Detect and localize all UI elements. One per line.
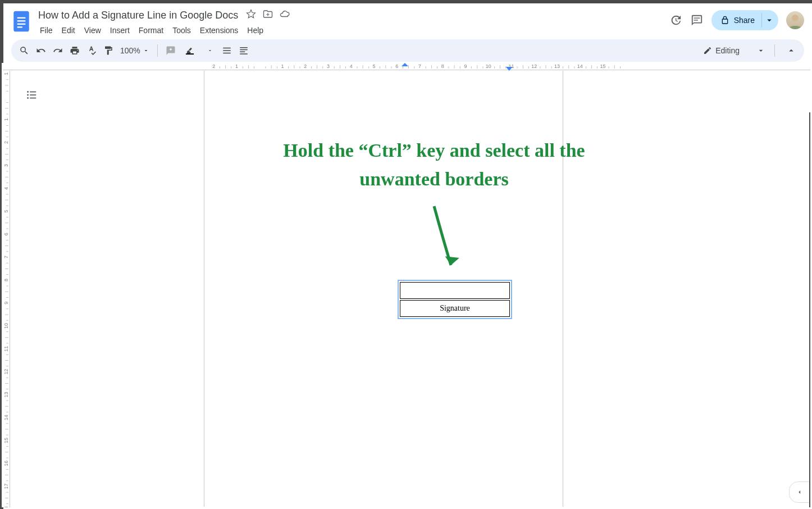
- svg-rect-48: [385, 65, 386, 69]
- editing-mode-selector[interactable]: Editing: [703, 46, 765, 55]
- menu-help[interactable]: Help: [243, 25, 267, 36]
- svg-rect-47: [380, 66, 380, 69]
- menu-view[interactable]: View: [80, 25, 105, 36]
- svg-rect-161: [5, 475, 8, 475]
- svg-rect-63: [471, 66, 472, 69]
- svg-rect-5: [694, 17, 700, 18]
- spellcheck-icon[interactable]: [84, 43, 99, 58]
- svg-rect-160: [6, 469, 8, 470]
- header-right: Share: [669, 8, 804, 30]
- print-icon[interactable]: [67, 43, 82, 58]
- svg-rect-60: [454, 65, 455, 69]
- svg-rect-130: [6, 297, 8, 298]
- svg-rect-31: [288, 66, 289, 69]
- redo-icon[interactable]: [51, 43, 65, 58]
- history-icon[interactable]: [669, 13, 682, 27]
- vertical-ruler[interactable]: 112345678910111213141516171819: [3, 71, 11, 507]
- svg-rect-132: [6, 308, 8, 309]
- svg-rect-55: [426, 66, 426, 69]
- add-comment-icon[interactable]: [163, 43, 178, 58]
- svg-rect-93: [6, 79, 8, 80]
- svg-rect-94: [5, 85, 8, 86]
- svg-rect-96: [6, 102, 8, 103]
- undo-icon[interactable]: [34, 43, 48, 58]
- svg-text:15: 15: [600, 63, 606, 69]
- search-icon[interactable]: [17, 43, 31, 58]
- star-icon[interactable]: [246, 9, 256, 21]
- svg-text:16: 16: [3, 461, 9, 466]
- svg-rect-166: [6, 503, 8, 504]
- svg-rect-100: [6, 125, 8, 126]
- highlight-color-icon[interactable]: [180, 43, 199, 58]
- svg-text:14: 14: [3, 415, 9, 420]
- line-spacing-icon[interactable]: [220, 43, 234, 58]
- svg-rect-24: [243, 66, 243, 69]
- svg-rect-112: [6, 194, 8, 194]
- account-avatar[interactable]: [786, 11, 804, 29]
- svg-rect-95: [6, 91, 8, 92]
- svg-rect-88: [614, 65, 615, 69]
- share-button[interactable]: Share: [711, 10, 778, 30]
- svg-rect-144: [6, 378, 8, 378]
- svg-rect-21: [225, 65, 226, 69]
- horizontal-ruler[interactable]: 21123456789101112131415: [3, 63, 810, 71]
- svg-rect-87: [609, 66, 609, 69]
- svg-rect-136: [6, 331, 8, 332]
- svg-rect-162: [6, 480, 8, 481]
- svg-rect-73: [528, 66, 529, 69]
- menu-edit[interactable]: Edit: [58, 25, 79, 36]
- svg-rect-141: [5, 360, 8, 361]
- toolbar: 100% Editing: [11, 39, 804, 62]
- explore-icon[interactable]: [789, 481, 810, 503]
- svg-text:8: 8: [3, 279, 9, 281]
- menu-file[interactable]: File: [36, 25, 57, 36]
- svg-rect-53: [414, 66, 414, 69]
- zoom-selector[interactable]: 100%: [118, 46, 152, 55]
- svg-text:10: 10: [486, 63, 491, 69]
- menu-insert[interactable]: Insert: [106, 25, 134, 36]
- table-row-2[interactable]: Signature: [400, 300, 510, 317]
- svg-rect-64: [477, 65, 477, 69]
- svg-rect-98: [6, 114, 8, 115]
- highlight-dropdown-icon[interactable]: [207, 46, 213, 56]
- title-area: How to Add a Signature Line in Google Do…: [36, 8, 669, 37]
- menu-extensions[interactable]: Extensions: [196, 25, 242, 36]
- svg-rect-109: [5, 177, 8, 178]
- svg-text:1: 1: [235, 63, 238, 69]
- document-outline-icon[interactable]: [24, 88, 39, 102]
- svg-point-7: [792, 15, 799, 21]
- menu-tools[interactable]: Tools: [168, 25, 195, 36]
- header: How to Add a Signature Line in Google Do…: [3, 3, 812, 39]
- cloud-status-icon[interactable]: [280, 9, 290, 21]
- signature-cell-text: Signature: [440, 304, 470, 313]
- share-dropdown[interactable]: [761, 13, 776, 28]
- comment-icon[interactable]: [690, 13, 704, 27]
- svg-text:6: 6: [395, 63, 398, 69]
- svg-text:6: 6: [3, 233, 9, 235]
- svg-rect-81: [574, 66, 575, 69]
- svg-rect-59: [448, 66, 449, 69]
- signature-table[interactable]: Signature: [398, 280, 512, 319]
- workspace: 21123456789101112131415 1123456789101112…: [2, 63, 810, 507]
- move-icon[interactable]: [263, 9, 273, 21]
- svg-rect-108: [6, 171, 8, 172]
- svg-text:9: 9: [464, 63, 467, 69]
- menu-format[interactable]: Format: [135, 25, 167, 36]
- svg-text:17: 17: [3, 484, 9, 489]
- svg-rect-146: [6, 389, 8, 389]
- svg-point-175: [27, 91, 29, 93]
- svg-text:9: 9: [3, 302, 9, 305]
- svg-text:2: 2: [3, 141, 9, 144]
- checklist-icon[interactable]: [236, 43, 251, 58]
- document-title[interactable]: How to Add a Signature Line in Google Do…: [36, 10, 240, 21]
- collapse-toolbar-icon[interactable]: [784, 43, 799, 58]
- svg-rect-89: [620, 66, 621, 69]
- svg-rect-77: [551, 66, 552, 69]
- svg-text:10: 10: [3, 323, 9, 329]
- docs-logo[interactable]: [11, 8, 31, 35]
- svg-rect-165: [5, 498, 8, 498]
- svg-rect-128: [6, 286, 8, 287]
- svg-rect-72: [523, 65, 523, 69]
- paint-format-icon[interactable]: [101, 43, 116, 58]
- table-row-1[interactable]: [400, 282, 510, 299]
